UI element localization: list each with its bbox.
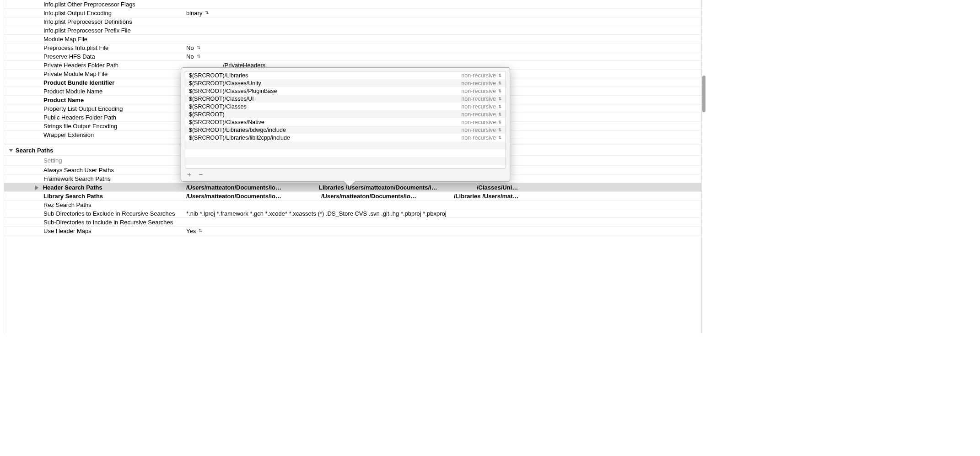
stepper-icon[interactable]: ⇅	[199, 228, 202, 233]
setting-label: Rez Search Paths	[4, 201, 183, 208]
stepper-icon[interactable]: ⇅	[197, 54, 200, 59]
popover-entry[interactable]: $(SRCROOT)/Libraries non-recursive⇅	[185, 71, 506, 79]
search-paths-popover: $(SRCROOT)/Libraries non-recursive⇅ $(SR…	[181, 67, 510, 182]
setting-value[interactable]: binary ⇅	[183, 10, 701, 16]
popover-entry-blank[interactable]	[185, 141, 506, 149]
entry-path[interactable]: $(SRCROOT)/Libraries/bdwgc/include	[189, 127, 461, 133]
setting-label: Module Map File	[4, 36, 183, 43]
setting-row[interactable]: Preprocess Info.plist File No ⇅	[4, 43, 701, 52]
entry-path[interactable]: $(SRCROOT)/Classes/PluginBase	[189, 88, 461, 94]
setting-row[interactable]: Info.plist Output Encoding binary ⇅	[4, 9, 701, 17]
stepper-icon: ⇅	[498, 136, 502, 140]
setting-value[interactable]: No ⇅	[183, 44, 701, 51]
entry-path[interactable]: $(SRCROOT)/Libraries/libil2cpp/include	[189, 135, 461, 141]
setting-value-text: Yes	[186, 228, 196, 234]
stepper-icon: ⇅	[498, 104, 502, 109]
stepper-icon[interactable]: ⇅	[205, 11, 209, 15]
setting-row[interactable]: Sub-Directories to Exclude in Recursive …	[4, 209, 701, 218]
setting-value[interactable]: No ⇅	[183, 53, 701, 60]
value-segment: /Classes/Uni…	[477, 184, 701, 191]
recursive-select[interactable]: non-recursive⇅	[461, 127, 502, 133]
recursive-select[interactable]: non-recursive⇅	[461, 80, 502, 87]
value-segment: /Libraries /Users/mat…	[454, 193, 701, 200]
popover-entry[interactable]: $(SRCROOT) non-recursive⇅	[185, 110, 506, 118]
setting-value[interactable]: /Users/matteaton/Documents/iosdev/ Libra…	[183, 184, 701, 191]
setting-row[interactable]: Module Map File	[4, 35, 701, 43]
setting-value-text: No	[186, 44, 194, 51]
setting-label: Info.plist Output Encoding	[4, 10, 183, 16]
popover-entry[interactable]: $(SRCROOT)/Classes/UI non-recursive⇅	[185, 95, 506, 103]
recursive-select[interactable]: non-recursive⇅	[461, 135, 502, 141]
setting-label: Info.plist Other Preprocessor Flags	[4, 1, 183, 8]
setting-label: Sub-Directories to Include in Recursive …	[4, 219, 183, 226]
entry-path[interactable]: $(SRCROOT)/Libraries	[189, 72, 461, 79]
recursive-select[interactable]: non-recursive⇅	[461, 72, 502, 79]
popover-entry[interactable]: $(SRCROOT)/Libraries/libil2cpp/include n…	[185, 134, 506, 141]
popover-entry-blank[interactable]	[185, 157, 506, 165]
recursive-select[interactable]: non-recursive⇅	[461, 111, 502, 118]
setting-label: Preprocess Info.plist File	[4, 44, 183, 51]
recursive-select[interactable]: non-recursive⇅	[461, 119, 502, 125]
popover-entry-blank[interactable]	[185, 149, 506, 157]
popover-buttons: ＋ −	[186, 170, 204, 179]
entry-path[interactable]: $(SRCROOT)/Classes/Unity	[189, 80, 461, 87]
popover-entry[interactable]: $(SRCROOT)/Classes/PluginBase non-recurs…	[185, 87, 506, 95]
stepper-icon: ⇅	[498, 89, 502, 93]
column-header-setting: Setting	[4, 157, 183, 164]
value-segment: /Users/matteaton/Documents/iosdev/	[186, 193, 291, 200]
entry-path[interactable]: $(SRCROOT)	[189, 111, 461, 118]
setting-row[interactable]: Sub-Directories to Include in Recursive …	[4, 218, 701, 227]
entry-path[interactable]: $(SRCROOT)/Classes/Native	[189, 119, 461, 125]
setting-label: Wrapper Extension	[4, 131, 183, 138]
setting-value[interactable]: /Users/matteaton/Documents/iosdev/ /User…	[183, 193, 701, 200]
setting-label: Framework Search Paths	[4, 175, 183, 182]
value-segment: /Users/matteaton/Documents/iosdev/	[321, 193, 426, 200]
setting-row[interactable]: Info.plist Preprocessor Definitions	[4, 17, 701, 26]
setting-value[interactable]: *.nib *.lproj *.framework *.gch *.xcode*…	[183, 210, 701, 217]
add-path-button[interactable]: ＋	[186, 170, 192, 179]
entry-path[interactable]: $(SRCROOT)/Classes	[189, 103, 461, 110]
setting-label: Library Search Paths	[4, 193, 183, 200]
setting-label: Always Search User Paths	[4, 167, 183, 174]
popover-entry[interactable]: $(SRCROOT)/Classes/Unity non-recursive⇅	[185, 79, 506, 87]
setting-label: Private Headers Folder Path	[4, 62, 183, 69]
section-title: Search Paths	[16, 147, 53, 154]
setting-label: Info.plist Preprocessor Definitions	[4, 18, 183, 25]
stepper-icon: ⇅	[498, 128, 502, 132]
setting-label-text: Header Search Paths	[43, 184, 102, 191]
setting-row[interactable]: Info.plist Preprocessor Prefix File	[4, 26, 701, 35]
setting-label: Header Search Paths	[4, 184, 183, 191]
setting-row[interactable]: Rez Search Paths	[4, 201, 701, 209]
setting-row[interactable]: Library Search Paths /Users/matteaton/Do…	[4, 192, 701, 201]
remove-path-button[interactable]: −	[198, 170, 204, 179]
stepper-icon: ⇅	[498, 112, 502, 117]
popover-list[interactable]: $(SRCROOT)/Libraries non-recursive⇅ $(SR…	[185, 71, 506, 168]
setting-label: Product Name	[4, 97, 183, 103]
multi-value: /Users/matteaton/Documents/iosdev/ Libra…	[186, 184, 701, 191]
recursive-select[interactable]: non-recursive⇅	[461, 96, 502, 102]
setting-label: Use Header Maps	[4, 228, 183, 234]
setting-value[interactable]: Yes ⇅	[183, 228, 701, 234]
setting-label: Sub-Directories to Exclude in Recursive …	[4, 210, 183, 217]
scrollbar-thumb[interactable]	[702, 76, 705, 112]
setting-label: Public Headers Folder Path	[4, 114, 183, 121]
setting-label: Info.plist Preprocessor Prefix File	[4, 27, 183, 34]
recursive-select[interactable]: non-recursive⇅	[461, 103, 502, 110]
disclosure-right-icon[interactable]	[35, 185, 38, 190]
popover-entry[interactable]: $(SRCROOT)/Libraries/bdwgc/include non-r…	[185, 126, 506, 134]
popover-tail-icon	[344, 181, 355, 187]
setting-row[interactable]: Preserve HFS Data No ⇅	[4, 52, 701, 61]
stepper-icon: ⇅	[498, 97, 502, 101]
stepper-icon: ⇅	[498, 73, 502, 78]
setting-row[interactable]: Info.plist Other Preprocessor Flags	[4, 0, 701, 9]
popover-entry[interactable]: $(SRCROOT)/Classes/Native non-recursive⇅	[185, 118, 506, 126]
recursive-select[interactable]: non-recursive⇅	[461, 88, 502, 94]
stepper-icon[interactable]: ⇅	[197, 45, 200, 50]
setting-label: Strings file Output Encoding	[4, 123, 183, 130]
popover-entry[interactable]: $(SRCROOT)/Classes non-recursive⇅	[185, 103, 506, 110]
setting-label: Preserve HFS Data	[4, 53, 183, 60]
entry-path[interactable]: $(SRCROOT)/Classes/UI	[189, 96, 461, 102]
disclosure-triangle-icon[interactable]	[9, 149, 13, 152]
setting-label: Property List Output Encoding	[4, 105, 183, 112]
setting-row[interactable]: Use Header Maps Yes ⇅	[4, 227, 701, 235]
